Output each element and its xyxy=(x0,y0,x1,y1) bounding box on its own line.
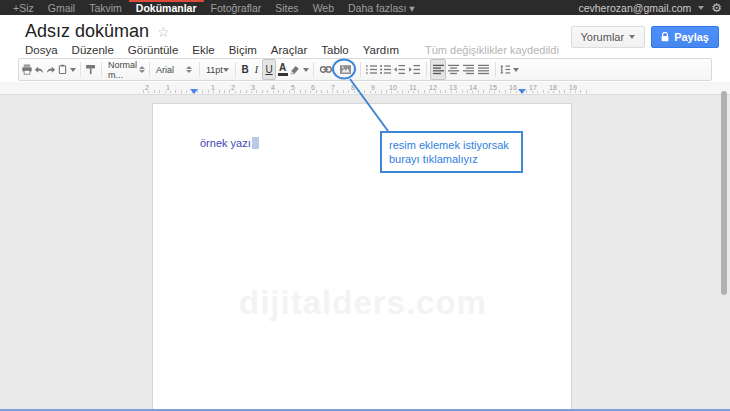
numbered-list-icon xyxy=(365,63,378,76)
align-right-button[interactable] xyxy=(461,59,476,80)
ruler-number: 15 xyxy=(488,84,498,91)
save-status: Tüm değişiklikler kaydedildi xyxy=(425,44,559,56)
outdent-button[interactable] xyxy=(392,59,407,80)
spinner-icon xyxy=(186,66,192,73)
web-clipboard-icon xyxy=(57,63,68,76)
toolbar-separator xyxy=(76,59,84,80)
document-title[interactable]: Adsız doküman xyxy=(25,21,149,42)
ruler-number: 2 xyxy=(230,84,236,91)
indent-button[interactable] xyxy=(407,59,422,80)
text-color-button[interactable]: A xyxy=(276,59,289,80)
paint-format-button[interactable] xyxy=(84,59,97,80)
topbar-item-daha-fazlas-[interactable]: Daha fazlası ▾ xyxy=(341,0,422,15)
menu-bar: DosyaDüzenleGörüntüleEkleBiçimAraçlarTab… xyxy=(25,44,559,56)
toolbar-separator xyxy=(231,59,239,80)
web-clipboard-button[interactable] xyxy=(57,59,76,80)
menu-bi-im[interactable]: Biçim xyxy=(229,44,257,56)
ruler-number: 14 xyxy=(468,84,478,91)
justify-button[interactable] xyxy=(476,59,491,80)
print-icon xyxy=(21,63,33,76)
topbar-item-web[interactable]: Web xyxy=(306,0,341,15)
underline-button[interactable]: U xyxy=(262,59,276,80)
menu-dosya[interactable]: Dosya xyxy=(25,44,58,56)
indent-icon xyxy=(408,63,421,76)
right-indent-marker[interactable] xyxy=(518,89,526,94)
menu-tablo[interactable]: Tablo xyxy=(321,44,349,56)
ruler-number: 9 xyxy=(370,84,376,91)
menu-ara-lar[interactable]: Araçlar xyxy=(271,44,307,56)
menu-ekle[interactable]: Ekle xyxy=(192,44,214,56)
ruler-number: 5 xyxy=(290,84,296,91)
insert-image-icon xyxy=(339,63,352,76)
text-cursor xyxy=(252,137,259,149)
vertical-scrollbar[interactable] xyxy=(721,91,727,295)
ruler-number: 3 xyxy=(250,84,256,91)
share-button[interactable]: Paylaş xyxy=(651,26,719,48)
undo-button[interactable] xyxy=(33,59,45,80)
ruler-number: 7 xyxy=(330,84,336,91)
insert-link-button[interactable] xyxy=(317,59,335,80)
topbar-item-foto-raflar[interactable]: Fotoğraflar xyxy=(204,0,269,15)
star-icon[interactable]: ☆ xyxy=(157,24,170,40)
font-size-dropdown[interactable]: 11pt xyxy=(203,59,231,80)
line-spacing-caret-icon xyxy=(513,68,519,72)
left-indent-marker[interactable] xyxy=(190,89,198,94)
topbar-item-gmail[interactable]: Gmail xyxy=(41,0,82,15)
bullet-list-button[interactable] xyxy=(378,59,392,80)
line-spacing-icon xyxy=(499,63,511,76)
topbar-item--siz[interactable]: +Siz xyxy=(6,0,41,15)
align-right-icon xyxy=(462,63,475,76)
bullet-list-icon xyxy=(379,63,392,76)
toolbar-separator xyxy=(97,59,105,80)
toolbar-row: Normal m... Arial 11pt B I U A xyxy=(0,57,730,82)
topbar-item-dok-manlar[interactable]: Dokümanlar xyxy=(129,0,204,15)
justify-icon xyxy=(477,63,490,76)
watermark-text: dijitalders.com xyxy=(153,284,573,322)
ruler-number: 1 xyxy=(165,84,171,91)
print-button[interactable] xyxy=(21,59,33,80)
outdent-icon xyxy=(393,63,406,76)
align-center-icon xyxy=(447,63,460,76)
align-center-button[interactable] xyxy=(446,59,461,80)
menu-g-r-nt-le[interactable]: Görüntüle xyxy=(128,44,179,56)
ruler-number: 17 xyxy=(528,84,538,91)
topbar-nav: +SizGmailTakvimDokümanlarFotoğraflarSite… xyxy=(0,0,422,15)
ruler-number: 4 xyxy=(270,84,276,91)
topbar-account-area: cevherozan@gmail.com ⚙ xyxy=(578,0,730,15)
styles-dropdown[interactable]: Normal m... xyxy=(105,59,145,80)
align-left-button[interactable] xyxy=(430,59,446,80)
insert-image-button[interactable] xyxy=(335,59,356,80)
highlight-icon xyxy=(289,63,301,76)
toolbar-separator xyxy=(491,59,499,80)
account-dropdown-caret-icon[interactable] xyxy=(698,6,704,10)
ruler-number: 8 xyxy=(350,84,356,91)
topbar-item-sites[interactable]: Sites xyxy=(268,0,305,15)
toolbar-separator xyxy=(356,59,364,80)
highlight-color-button[interactable] xyxy=(289,59,309,80)
lock-icon xyxy=(661,32,669,42)
italic-button[interactable]: I xyxy=(251,59,262,80)
topbar-item-takvim[interactable]: Takvim xyxy=(82,0,129,15)
account-email[interactable]: cevherozan@gmail.com xyxy=(578,2,691,14)
annotation-callout: resim eklemek istiyorsak burayı tıklamal… xyxy=(380,131,523,173)
toolbar-separator xyxy=(309,59,317,80)
menu-d-zenle[interactable]: Düzenle xyxy=(72,44,114,56)
ruler-number: 11 xyxy=(408,84,417,91)
document-body-text[interactable]: örnek yazı xyxy=(200,137,259,149)
bold-button[interactable]: B xyxy=(239,59,251,80)
menu-yard-m[interactable]: Yardım xyxy=(363,44,399,56)
numbered-list-button[interactable] xyxy=(364,59,378,80)
ruler-number: 16 xyxy=(508,84,518,91)
ruler-number: 1 xyxy=(210,84,216,91)
redo-button[interactable] xyxy=(45,59,57,80)
line-spacing-button[interactable] xyxy=(499,59,519,80)
paint-format-icon xyxy=(84,63,97,76)
document-canvas-area: örnek yazı dijitalders.com xyxy=(0,96,730,411)
ruler-number: 18 xyxy=(548,84,558,91)
font-dropdown[interactable]: Arial xyxy=(153,59,195,80)
google-topbar: +SizGmailTakvimDokümanlarFotoğraflarSite… xyxy=(0,0,730,15)
ruler: 2112345678910111213141516171819 xyxy=(0,82,730,95)
toolbar: Normal m... Arial 11pt B I U A xyxy=(18,58,712,81)
gear-icon[interactable]: ⚙ xyxy=(711,2,722,14)
comments-button[interactable]: Yorumlar xyxy=(571,26,646,48)
